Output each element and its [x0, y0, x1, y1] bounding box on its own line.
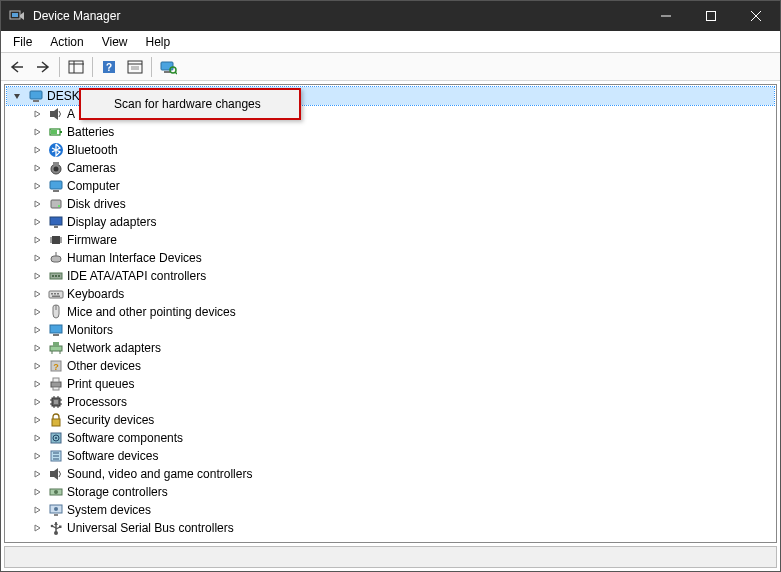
titlebar: Device Manager [1, 1, 780, 31]
chevron-right-icon[interactable] [31, 126, 43, 138]
minimize-button[interactable] [643, 1, 688, 31]
device-category-usb[interactable]: Universal Serial Bus controllers [27, 519, 774, 537]
menu-help[interactable]: Help [138, 33, 179, 51]
device-category-printer[interactable]: Print queues [27, 375, 774, 393]
bluetooth-icon [48, 142, 64, 158]
network-icon [48, 340, 64, 356]
device-category-keyboard[interactable]: Keyboards [27, 285, 774, 303]
chevron-right-icon[interactable] [31, 468, 43, 480]
category-label: Storage controllers [67, 485, 168, 499]
device-category-security[interactable]: Security devices [27, 411, 774, 429]
category-label: Batteries [67, 125, 114, 139]
menu-action[interactable]: Action [42, 33, 91, 51]
device-category-other[interactable]: Other devices [27, 357, 774, 375]
toolbar-separator [59, 57, 60, 77]
chevron-right-icon[interactable] [31, 522, 43, 534]
help-button[interactable]: ? [97, 56, 121, 78]
category-label: Network adapters [67, 341, 161, 355]
device-category-sound[interactable]: Sound, video and game controllers [27, 465, 774, 483]
chevron-right-icon[interactable] [31, 450, 43, 462]
chevron-down-icon[interactable] [11, 90, 23, 102]
printer-icon [48, 376, 64, 392]
category-label: Computer [67, 179, 120, 193]
device-category-camera[interactable]: Cameras [27, 159, 774, 177]
usb-icon [48, 520, 64, 536]
chevron-right-icon[interactable] [31, 432, 43, 444]
show-hide-tree-button[interactable] [64, 56, 88, 78]
properties-button[interactable] [123, 56, 147, 78]
category-label: Firmware [67, 233, 117, 247]
monitor-icon [48, 322, 64, 338]
device-category-network[interactable]: Network adapters [27, 339, 774, 357]
category-label: Monitors [67, 323, 113, 337]
scan-hardware-button[interactable] [156, 56, 180, 78]
device-category-chip[interactable]: Firmware [27, 231, 774, 249]
chevron-right-icon[interactable] [31, 162, 43, 174]
device-category-computer[interactable]: Computer [27, 177, 774, 195]
device-category-disk[interactable]: Disk drives [27, 195, 774, 213]
chip-icon [48, 232, 64, 248]
device-category-display[interactable]: Display adapters [27, 213, 774, 231]
context-scan-hardware[interactable]: Scan for hardware changes [84, 93, 296, 115]
close-button[interactable] [733, 1, 778, 31]
chevron-right-icon[interactable] [31, 306, 43, 318]
chevron-right-icon[interactable] [31, 486, 43, 498]
system-icon [48, 502, 64, 518]
menu-file[interactable]: File [5, 33, 40, 51]
softcomp-icon [48, 430, 64, 446]
chevron-right-icon[interactable] [31, 216, 43, 228]
svg-rect-3 [706, 12, 715, 21]
device-category-mouse[interactable]: Mice and other pointing devices [27, 303, 774, 321]
chevron-right-icon[interactable] [31, 378, 43, 390]
other-icon [48, 358, 64, 374]
sound-icon [48, 466, 64, 482]
svg-rect-15 [161, 62, 173, 70]
category-label: Security devices [67, 413, 154, 427]
category-label: Print queues [67, 377, 134, 391]
device-category-monitor[interactable]: Monitors [27, 321, 774, 339]
chevron-right-icon[interactable] [31, 252, 43, 264]
chevron-right-icon[interactable] [31, 108, 43, 120]
device-category-bluetooth[interactable]: Bluetooth [27, 141, 774, 159]
cpu-icon [48, 394, 64, 410]
chevron-right-icon[interactable] [31, 360, 43, 372]
chevron-right-icon[interactable] [31, 288, 43, 300]
maximize-button[interactable] [688, 1, 733, 31]
forward-button[interactable] [31, 56, 55, 78]
device-category-hid[interactable]: Human Interface Devices [27, 249, 774, 267]
device-category-storage[interactable]: Storage controllers [27, 483, 774, 501]
menu-view[interactable]: View [94, 33, 136, 51]
chevron-right-icon[interactable] [31, 342, 43, 354]
category-label: Disk drives [67, 197, 126, 211]
chevron-right-icon[interactable] [31, 144, 43, 156]
storage-icon [48, 484, 64, 500]
device-category-softdev[interactable]: Software devices [27, 447, 774, 465]
category-label: Display adapters [67, 215, 156, 229]
svg-rect-20 [33, 100, 39, 102]
chevron-right-icon[interactable] [31, 270, 43, 282]
back-button[interactable] [5, 56, 29, 78]
category-label: Human Interface Devices [67, 251, 202, 265]
chevron-right-icon[interactable] [31, 234, 43, 246]
svg-text:?: ? [106, 62, 112, 73]
chevron-right-icon[interactable] [31, 198, 43, 210]
device-category-battery[interactable]: Batteries [27, 123, 774, 141]
device-tree-pane[interactable]: DESKT ABatteriesBluetoothCamerasComputer… [4, 84, 777, 543]
category-label: IDE ATA/ATAPI controllers [67, 269, 206, 283]
device-category-system[interactable]: System devices [27, 501, 774, 519]
computer-icon [48, 178, 64, 194]
camera-icon [48, 160, 64, 176]
chevron-right-icon[interactable] [31, 396, 43, 408]
device-category-ide[interactable]: IDE ATA/ATAPI controllers [27, 267, 774, 285]
chevron-right-icon[interactable] [31, 324, 43, 336]
menubar: File Action View Help [1, 31, 780, 53]
device-category-softcomp[interactable]: Software components [27, 429, 774, 447]
device-category-cpu[interactable]: Processors [27, 393, 774, 411]
chevron-right-icon[interactable] [31, 504, 43, 516]
ide-icon [48, 268, 64, 284]
chevron-right-icon[interactable] [31, 180, 43, 192]
category-label: System devices [67, 503, 151, 517]
chevron-right-icon[interactable] [31, 414, 43, 426]
sound-icon [48, 106, 64, 122]
category-label: A [67, 107, 75, 121]
